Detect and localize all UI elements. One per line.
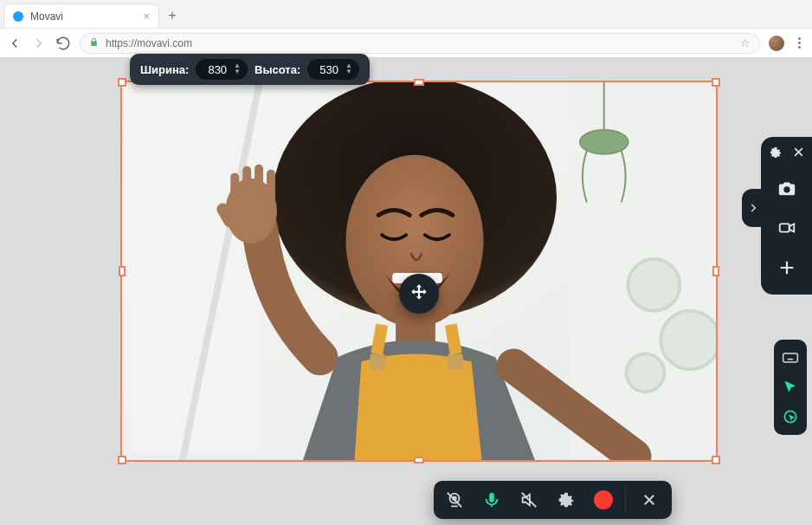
capture-dimensions-bar[interactable]: Ширина: 830 ▲▼ Высота: 530 ▲▼ (130, 54, 370, 85)
move-icon (408, 282, 430, 305)
camera-icon (777, 178, 796, 198)
screenshot-mode-button[interactable] (772, 173, 802, 203)
url-text: https://movavi.com (106, 37, 192, 49)
svg-point-7 (661, 311, 716, 370)
height-value: 530 (319, 63, 338, 76)
gear-icon (557, 490, 576, 509)
height-stepper[interactable]: ▲▼ (345, 63, 352, 75)
click-ripple-icon (782, 408, 799, 425)
webcam-off-icon (445, 490, 464, 509)
nav-back-button[interactable] (7, 36, 23, 51)
videocam-icon (777, 218, 796, 237)
svg-rect-23 (780, 224, 789, 231)
resize-handle-sw[interactable] (118, 456, 126, 464)
resize-handle-nw[interactable] (118, 78, 126, 87)
highlight-clicks-button[interactable] (777, 404, 803, 430)
recorder-close-button[interactable] (630, 483, 668, 517)
svg-point-5 (580, 130, 628, 154)
side-close-button[interactable] (792, 146, 805, 163)
width-label: Ширина: (140, 63, 189, 76)
separator (625, 487, 626, 513)
svg-rect-14 (448, 353, 463, 369)
width-input[interactable]: 830 ▲▼ (196, 59, 248, 80)
overlay-tools-strip (774, 340, 807, 435)
lock-icon (89, 37, 99, 49)
svg-line-16 (451, 325, 456, 354)
browser-tab-strip: Movavi × + (0, 0, 812, 28)
system-audio-toggle-button[interactable] (512, 483, 546, 517)
resize-handle-s[interactable] (414, 457, 424, 463)
page-viewport: Ширина: 830 ▲▼ Высота: 530 ▲▼ (0, 57, 812, 525)
show-keystrokes-button[interactable] (777, 345, 803, 371)
cursor-icon (782, 379, 799, 396)
svg-rect-28 (489, 493, 494, 502)
recorder-toolbar (434, 481, 672, 519)
move-region-handle[interactable] (399, 274, 439, 314)
height-label: Высота: (255, 63, 300, 76)
bookmark-star-icon[interactable]: ☆ (740, 36, 751, 49)
chevron-right-icon (747, 202, 759, 214)
close-icon (792, 146, 805, 159)
tab-title: Movavi (30, 10, 63, 23)
svg-line-15 (377, 325, 382, 354)
side-panel-expand-button[interactable] (742, 189, 764, 227)
width-stepper[interactable]: ▲▼ (234, 63, 241, 75)
nav-reload-button[interactable] (55, 36, 71, 51)
resize-handle-se[interactable] (712, 456, 720, 464)
new-tab-button[interactable]: + (163, 6, 182, 25)
nav-forward-button[interactable] (31, 36, 47, 51)
start-record-button[interactable] (586, 483, 621, 517)
svg-rect-24 (783, 353, 798, 362)
svg-rect-20 (255, 165, 263, 213)
resize-handle-ne[interactable] (712, 78, 720, 87)
resize-handle-n[interactable] (414, 79, 424, 86)
svg-point-6 (628, 259, 680, 311)
browser-tab[interactable]: Movavi × (3, 3, 159, 28)
resize-handle-e[interactable] (712, 266, 719, 276)
mic-icon (482, 490, 501, 509)
add-mode-button[interactable] (772, 253, 802, 282)
webcam-toggle-button[interactable] (437, 483, 472, 517)
svg-rect-21 (267, 170, 275, 213)
browser-toolbar: https://movavi.com ☆ (0, 28, 812, 57)
side-settings-button[interactable] (769, 146, 783, 163)
resize-handle-w[interactable] (119, 266, 126, 276)
svg-rect-13 (370, 353, 385, 369)
close-icon (641, 492, 657, 508)
microphone-toggle-button[interactable] (474, 483, 509, 517)
address-bar[interactable]: https://movavi.com ☆ (80, 33, 760, 54)
profile-avatar[interactable] (769, 36, 784, 51)
width-value: 830 (208, 63, 227, 76)
show-cursor-button[interactable] (777, 374, 803, 400)
tab-close-icon[interactable]: × (143, 10, 150, 23)
tab-favicon (13, 11, 23, 22)
svg-point-8 (627, 353, 665, 392)
capture-region[interactable] (120, 81, 718, 462)
record-icon (594, 490, 613, 509)
capture-side-panel (761, 137, 812, 295)
captured-content-image (122, 82, 716, 460)
svg-rect-19 (242, 166, 251, 213)
gear-icon (769, 146, 783, 159)
video-mode-button[interactable] (772, 213, 802, 243)
keyboard-icon (782, 349, 799, 366)
recorder-settings-button[interactable] (549, 483, 583, 517)
height-input[interactable]: 530 ▲▼ (307, 59, 359, 80)
svg-rect-18 (230, 173, 239, 213)
plus-icon (777, 258, 796, 277)
browser-menu-button[interactable] (793, 37, 805, 49)
speaker-off-icon (519, 490, 538, 509)
